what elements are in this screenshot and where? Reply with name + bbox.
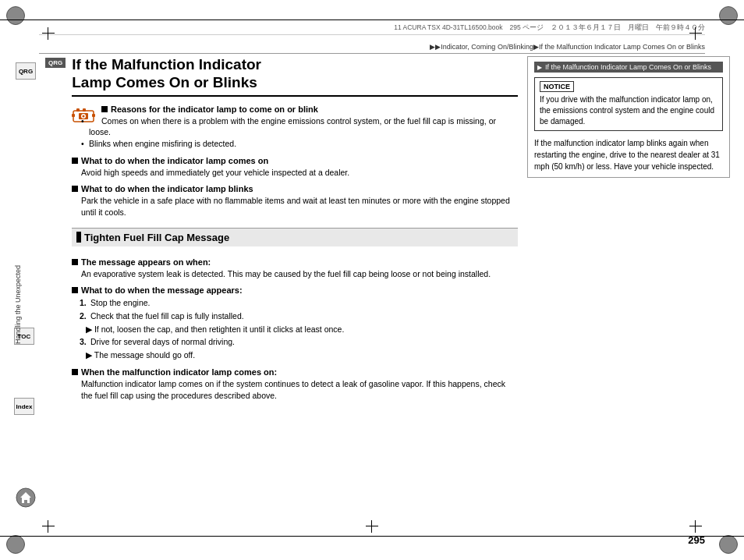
corner-mark-tr bbox=[719, 6, 738, 25]
list-item: Comes on when there is a problem with th… bbox=[81, 115, 518, 138]
heading-square bbox=[101, 106, 108, 112]
left-sidebar: QRG bbox=[14, 62, 37, 80]
fuel-appears-body: An evaporative system leak is detected. … bbox=[81, 268, 518, 280]
breadcrumb: ▶▶Indicator, Coming On/Blinking▶If the M… bbox=[39, 43, 705, 54]
title-section: QRG If the Malfunction Indicator Lamp Co… bbox=[45, 56, 518, 97]
page-number: 295 bbox=[688, 534, 705, 546]
section-comes-on-heading: What to do when the indicator lamp comes… bbox=[72, 156, 518, 165]
right-body-text: If the malfunction indicator lamp blinks… bbox=[534, 137, 723, 172]
reasons-list: Comes on when there is a problem with th… bbox=[81, 115, 518, 150]
top-border bbox=[0, 19, 744, 20]
svg-rect-2 bbox=[76, 108, 80, 112]
heading-square bbox=[72, 158, 78, 164]
section-reasons-heading: Reasons for the indicator lamp to come o… bbox=[101, 105, 518, 114]
sidebar-btn-index[interactable]: Index bbox=[14, 398, 34, 415]
crosshair-tl bbox=[42, 27, 55, 40]
list-item: 2. Check that the fuel fill cap is fully… bbox=[80, 310, 518, 322]
sidebar-btn-index-wrap: Index bbox=[14, 398, 34, 415]
blinks-body: Park the vehicle in a safe place with no… bbox=[81, 195, 518, 218]
heading-square bbox=[72, 259, 78, 265]
arrow-item-3: ▶ The message should go off. bbox=[86, 349, 518, 361]
print-header: 11 ACURA TSX 4D-31TL16500.book 295 ページ ２… bbox=[39, 23, 705, 35]
fuel-lamp-heading: When the malfunction indicator lamp come… bbox=[72, 367, 518, 377]
home-icon[interactable] bbox=[14, 486, 37, 509]
sidebar-vertical-text: Handling the Unexpected bbox=[14, 265, 30, 344]
list-item: 1. Stop the engine. bbox=[80, 297, 518, 309]
notice-label: NOTICE bbox=[540, 81, 574, 92]
svg-rect-4 bbox=[72, 114, 75, 117]
section-blinks-heading: What to do when the indicator lamp blink… bbox=[72, 184, 518, 193]
fuel-body: The message appears on when: An evaporat… bbox=[72, 246, 518, 402]
fuel-section-title: Tighten Fuel Fill Cap Message bbox=[76, 232, 513, 243]
fuel-section: Tighten Fuel Fill Cap Message bbox=[72, 228, 518, 246]
list-item: 3. Drive for several days of normal driv… bbox=[80, 336, 518, 348]
heading-square bbox=[72, 186, 78, 192]
bottom-border bbox=[0, 536, 744, 537]
right-sidebar-inner: If the Malfunction Indicator Lamp Comes … bbox=[527, 56, 730, 178]
heading-square bbox=[72, 369, 78, 375]
notice-text: If you drive with the malfunction indica… bbox=[540, 94, 717, 127]
qrg-badge: QRG bbox=[45, 58, 66, 68]
right-header: If the Malfunction Indicator Lamp Comes … bbox=[534, 62, 723, 73]
arrow-item-2: ▶ If not, loosen the cap, and then retig… bbox=[86, 324, 518, 335]
comes-on-body: Avoid high speeds and immediately get yo… bbox=[81, 167, 518, 179]
fuel-todo-heading: What to do when the message appears: bbox=[72, 285, 518, 295]
crosshair-tr bbox=[689, 27, 702, 40]
corner-mark-br bbox=[719, 535, 738, 554]
corner-mark-bl bbox=[6, 535, 25, 554]
content-body: Reasons for the indicator lamp to come o… bbox=[45, 105, 518, 402]
fuel-steps-list: 1. Stop the engine. 2. Check that the fu… bbox=[80, 297, 518, 360]
svg-rect-3 bbox=[83, 108, 86, 112]
sidebar-btn-qrg[interactable]: QRG bbox=[16, 62, 36, 80]
corner-mark-tl bbox=[6, 6, 25, 25]
page-title: If the Malfunction Indicator Lamp Comes … bbox=[72, 56, 518, 97]
heading-square bbox=[72, 287, 78, 293]
fuel-appears-heading: The message appears on when: bbox=[72, 257, 518, 267]
notice-box: NOTICE If you drive with the malfunction… bbox=[534, 77, 723, 131]
main-content: QRG If the Malfunction Indicator Lamp Co… bbox=[45, 56, 518, 529]
right-sidebar: If the Malfunction Indicator Lamp Comes … bbox=[527, 56, 730, 529]
fuel-lamp-body: Malfunction indicator lamp comes on if t… bbox=[81, 378, 518, 401]
title-rect bbox=[76, 232, 81, 243]
list-item: Blinks when engine misfiring is detected… bbox=[81, 138, 518, 150]
